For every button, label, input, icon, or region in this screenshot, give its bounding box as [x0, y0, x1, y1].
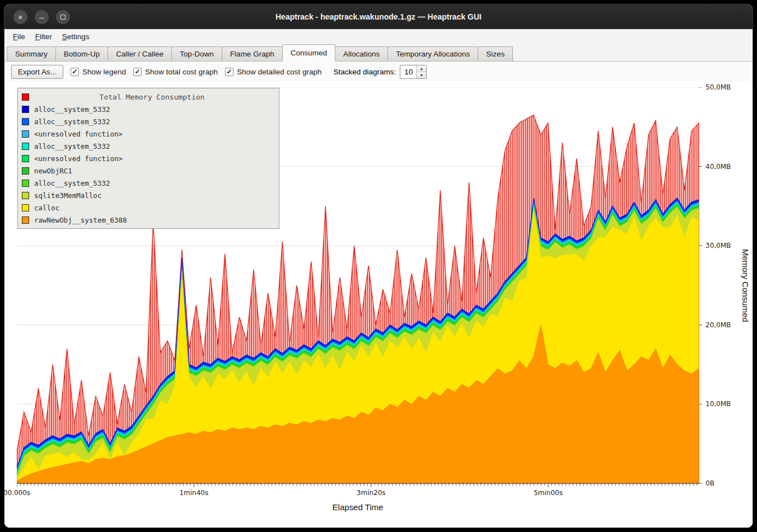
- y-axis-tick-label: 20,0MB: [705, 321, 731, 329]
- y-axis-tick-label: 10,0MB: [705, 400, 731, 408]
- legend-item-label: <unresolved function>: [34, 154, 123, 163]
- legend-item: newObjRC1: [22, 164, 275, 177]
- menu-filter[interactable]: Filter: [30, 29, 57, 44]
- legend-item: alloc__system_5332: [22, 140, 275, 152]
- x-axis-tick-label: 3min20s: [357, 489, 386, 497]
- close-icon: ×: [18, 13, 23, 21]
- show-detailed-cost-graph-label: Show detailed cost graph: [237, 68, 322, 76]
- show-total-cost-graph-checkbox[interactable]: ✓ Show total cost graph: [133, 68, 218, 76]
- legend-item-label: <unresolved function>: [34, 130, 123, 138]
- titlebar: × – Heaptrack - heaptrack.wakunode.1.gz …: [4, 4, 753, 29]
- chart-legend: Total Memory Consumption alloc__system_5…: [17, 88, 279, 229]
- legend-swatch: [22, 204, 29, 211]
- minimize-icon: –: [39, 13, 44, 21]
- minimize-button[interactable]: –: [35, 10, 49, 24]
- x-axis-title: Elapsed Time: [17, 502, 699, 512]
- tab-consumed[interactable]: Consumed: [282, 44, 335, 62]
- legend-item: <unresolved function>: [22, 152, 275, 164]
- tab-temporary-allocations[interactable]: Temporary Allocations: [387, 46, 478, 61]
- chart-area: Total Memory Consumption alloc__system_5…: [4, 82, 753, 528]
- tab-summary[interactable]: Summary: [7, 46, 56, 61]
- tabbar: Summary Bottom-Up Caller / Callee Top-Do…: [4, 44, 753, 62]
- legend-item: rawNewObj__system_6388: [22, 214, 275, 226]
- show-legend-label: Show legend: [82, 68, 126, 76]
- tab-caller-callee[interactable]: Caller / Callee: [108, 46, 172, 61]
- legend-item-label: calloc: [34, 204, 59, 212]
- tab-allocations[interactable]: Allocations: [335, 46, 388, 61]
- legend-swatch: [22, 180, 29, 187]
- legend-item: <unresolved function>: [22, 128, 275, 140]
- legend-title: Total Memory Consumption: [29, 93, 275, 101]
- legend-swatch: [22, 216, 29, 224]
- maximize-icon: [60, 15, 66, 20]
- legend-swatch: [22, 167, 29, 175]
- legend-item-label: alloc__system_5332: [34, 105, 110, 114]
- legend-item: alloc__system_5332: [22, 103, 275, 115]
- legend-swatch: [22, 106, 29, 113]
- legend-item: calloc: [22, 201, 275, 214]
- menu-file[interactable]: File: [8, 29, 30, 44]
- tab-bottom-up[interactable]: Bottom-Up: [55, 46, 109, 61]
- heaptrack-window: × – Heaptrack - heaptrack.wakunode.1.gz …: [4, 4, 753, 528]
- show-total-cost-graph-label: Show total cost graph: [145, 68, 218, 76]
- legend-item-label: newObjRC1: [34, 167, 72, 175]
- legend-item-label: rawNewObj__system_6388: [34, 216, 127, 224]
- close-button[interactable]: ×: [13, 10, 27, 24]
- spinbox-arrows: ▲ ▼: [416, 65, 426, 78]
- x-axis-tick-label: 5min00s: [534, 489, 563, 497]
- show-detailed-cost-graph-checkbox[interactable]: ✓ Show detailed cost graph: [225, 68, 322, 76]
- window-controls: × –: [4, 10, 70, 24]
- legend-swatch: [22, 143, 29, 150]
- stacked-diagrams-group: Stacked diagrams: 10 ▲ ▼: [334, 65, 427, 79]
- legend-item-label: alloc__system_5332: [34, 117, 110, 126]
- y-axis-tick-label: 0B: [705, 479, 714, 487]
- legend-swatch: [22, 118, 29, 125]
- window-title: Heaptrack - heaptrack.wakunode.1.gz — He…: [4, 12, 753, 21]
- legend-title-swatch: [22, 93, 29, 101]
- legend-item-label: alloc__system_5332: [34, 142, 110, 150]
- checkbox-checked-icon: ✓: [133, 68, 142, 76]
- legend-item-label: alloc__system_5332: [34, 179, 110, 187]
- y-axis-title: Memory Consumed: [741, 87, 750, 483]
- spin-down-button[interactable]: ▼: [417, 72, 426, 78]
- stacked-diagrams-spinbox[interactable]: 10 ▲ ▼: [400, 65, 427, 79]
- tab-top-down[interactable]: Top-Down: [171, 46, 222, 61]
- x-axis-tick-label: 00.000s: [4, 489, 30, 497]
- y-axis-tick-label: 40,0MB: [705, 163, 731, 171]
- legend-swatch: [22, 130, 29, 138]
- legend-item: alloc__system_5332: [22, 115, 275, 128]
- checkbox-checked-icon: ✓: [225, 68, 233, 76]
- legend-entries: alloc__system_5332alloc__system_5332<unr…: [22, 103, 275, 226]
- menu-settings[interactable]: Settings: [57, 29, 95, 44]
- legend-title-row: Total Memory Consumption: [22, 91, 275, 103]
- export-as-button[interactable]: Export As...: [11, 65, 63, 79]
- show-legend-checkbox[interactable]: ✓ Show legend: [71, 68, 126, 76]
- toolbar: Export As... ✓ Show legend ✓ Show total …: [4, 62, 753, 82]
- spinbox-value: 10: [400, 65, 416, 78]
- spin-up-button[interactable]: ▲: [417, 65, 426, 72]
- checkbox-checked-icon: ✓: [71, 68, 79, 76]
- maximize-button[interactable]: [56, 10, 70, 24]
- legend-swatch: [22, 192, 29, 199]
- legend-item: sqlite3MemMalloc: [22, 189, 275, 201]
- stacked-diagrams-label: Stacked diagrams:: [334, 68, 396, 76]
- menubar: File Filter Settings: [4, 29, 753, 44]
- legend-item: alloc__system_5332: [22, 177, 275, 189]
- tab-flame-graph[interactable]: Flame Graph: [222, 46, 283, 61]
- legend-swatch: [22, 155, 29, 162]
- y-axis-tick-label: 50,0MB: [705, 83, 731, 91]
- y-axis-tick-label: 30,0MB: [705, 242, 731, 249]
- x-axis-tick-label: 1min40s: [179, 489, 208, 497]
- tab-sizes[interactable]: Sizes: [478, 46, 513, 61]
- legend-item-label: sqlite3MemMalloc: [34, 191, 101, 200]
